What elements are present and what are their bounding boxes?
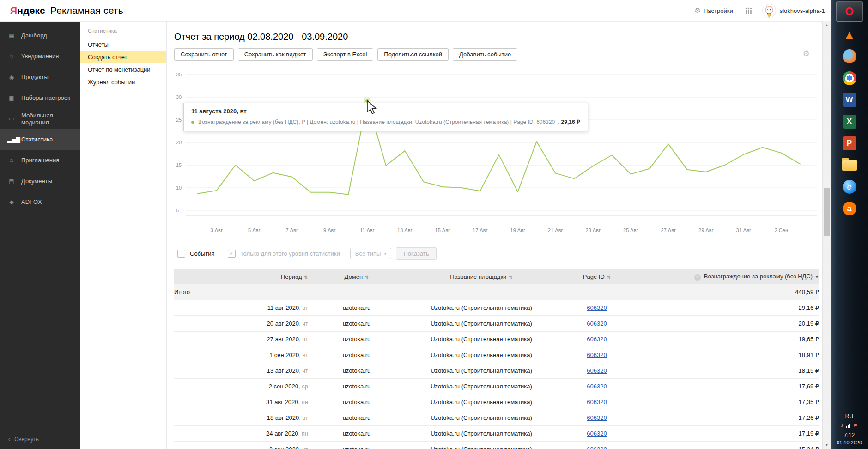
chrome-icon[interactable] <box>839 68 860 88</box>
report-settings-icon[interactable]: ⚙ <box>803 49 810 59</box>
page-id-link[interactable]: 606320 <box>587 320 607 327</box>
page-id-link[interactable]: 606320 <box>587 351 607 358</box>
excel-icon[interactable]: X <box>839 111 860 132</box>
add-event-button[interactable]: Добавить событие <box>453 48 517 61</box>
sidebar-item-mobile-mediation[interactable]: ▭Мобильная медиация <box>0 108 80 129</box>
column-header-site[interactable]: Название площадки⇅ <box>405 269 558 284</box>
yandex-logo[interactable]: Яндекс Рекламная сеть <box>10 5 123 16</box>
domain-cell: uzotoka.ru <box>308 379 405 394</box>
table-body: Итого440,59 ₽11 авг 2020, втuzotoka.ruUz… <box>174 284 819 449</box>
apps-grid-icon[interactable] <box>745 7 752 14</box>
submenu-item-create-report[interactable]: Создать отчет <box>80 51 166 63</box>
sidebar: ▦Дашборд☼Уведомления◉Продукты▣Наборы нас… <box>0 21 80 449</box>
submenu-items: ОтчетыСоздать отчетОтчет по монетизацииЖ… <box>80 38 166 88</box>
sidebar-item-adfox[interactable]: ◆ADFOX <box>0 191 80 212</box>
folder-icon[interactable] <box>839 155 860 175</box>
screen: Яндекс Рекламная сеть ⚙ Настройки <box>0 0 868 449</box>
word-icon[interactable]: W <box>839 90 860 110</box>
sidebar-item-dashboard[interactable]: ▦Дашборд <box>0 25 80 46</box>
revenue-line-chart[interactable]: 51015202530353 Авг5 Авг7 Авг9 Авг11 Авг1… <box>174 69 819 245</box>
table-header-row: Период⇅Домен⇅Название площадки⇅Page ID⇅?… <box>174 269 819 284</box>
column-header-page-id[interactable]: Page ID⇅ <box>558 269 636 284</box>
sidebar-item-invitations[interactable]: ☺Приглашения <box>0 150 80 171</box>
scrollbar[interactable]: ▲ ▼ <box>822 21 831 449</box>
page-id-link[interactable]: 606320 <box>587 383 607 390</box>
submenu-item-monetization-report[interactable]: Отчет по монетизации <box>80 63 166 76</box>
sidebar-item-statistics[interactable]: ▂▅▇Статистика <box>0 129 80 150</box>
svg-text:21 Авг: 21 Авг <box>548 228 563 233</box>
page-id-cell: 606320 <box>558 300 636 316</box>
table-row: 13 авг 2020, чтuzotoka.ruUzotoka.ru (Стр… <box>174 363 819 379</box>
documents-icon: ▤ <box>7 178 16 185</box>
table-row: 20 авг 2020, чтuzotoka.ruUzotoka.ru (Стр… <box>174 316 819 332</box>
total-row: Итого440,59 ₽ <box>174 284 819 300</box>
powerpoint-icon[interactable]: P <box>839 133 860 154</box>
domain-cell: uzotoka.ru <box>308 316 405 332</box>
page-id-link[interactable]: 606320 <box>587 367 607 374</box>
weekday-label: , чт <box>299 446 308 449</box>
sidebar-item-label: Дашборд <box>21 32 47 39</box>
volume-icon[interactable]: ♪ <box>841 423 844 428</box>
level-checkbox[interactable]: ✓ <box>228 250 236 258</box>
period-cell: 3 сен 2020, чт <box>174 442 308 449</box>
scrollbar-thumb[interactable] <box>824 188 830 236</box>
page-id-cell: 606320 <box>558 426 636 442</box>
svg-text:15 Авг: 15 Авг <box>435 228 450 233</box>
save-report-button[interactable]: Сохранить отчет <box>174 48 234 61</box>
save-as-widget-button[interactable]: Сохранить как виджет <box>238 48 313 61</box>
username[interactable]: slokhovs-alpha-1 <box>780 7 825 14</box>
collapse-button[interactable]: ‹ Свернуть <box>8 436 39 443</box>
weekday-label: , вт <box>299 351 308 358</box>
column-header-period[interactable]: Период⇅ <box>174 269 308 284</box>
events-checkbox[interactable] <box>177 250 185 258</box>
network-icon[interactable] <box>846 423 850 428</box>
export-excel-button[interactable]: Экспорт в Excel <box>317 48 374 61</box>
event-type-select[interactable]: Все типы ▾ <box>350 248 392 259</box>
language-indicator[interactable]: RU <box>831 413 868 419</box>
page-id-link[interactable]: 606320 <box>587 430 607 437</box>
settings-gear-icon: ⚙ <box>695 6 701 15</box>
empty-cell <box>308 284 405 300</box>
column-header-domain[interactable]: Домен⇅ <box>308 269 405 284</box>
header-settings-link[interactable]: Настройки <box>704 7 733 14</box>
vlc-media-player-icon[interactable]: ▲ <box>839 25 860 45</box>
page-id-cell: 606320 <box>558 442 636 449</box>
submenu-item-event-log[interactable]: Журнал событий <box>80 76 166 88</box>
sidebar-item-label: Наборы настроек <box>21 94 70 101</box>
avast-icon[interactable]: a <box>839 198 860 219</box>
page-id-link[interactable]: 606320 <box>587 304 607 311</box>
header-right: ⚙ Настройки slokhovs-alpha-1 <box>695 4 825 18</box>
period-cell: 24 авг 2020, пн <box>174 426 308 442</box>
site-name-cell: Uzotoka.ru (Строительная тематика) <box>405 442 558 449</box>
show-button[interactable]: Показать <box>396 247 436 260</box>
chart-tooltip: 11 августа 2020, вт Вознаграждение за ре… <box>183 103 588 131</box>
svg-text:9 Авг: 9 Авг <box>323 228 335 233</box>
action-center-flag-icon[interactable]: ⚑ <box>853 423 858 428</box>
avatar[interactable] <box>762 4 776 18</box>
tooltip-row: Вознаграждение за рекламу (без НДС), ₽ |… <box>191 119 580 125</box>
page-id-link[interactable]: 606320 <box>587 399 607 406</box>
scroll-up-arrow[interactable]: ▲ <box>823 21 831 29</box>
scroll-down-arrow[interactable]: ▼ <box>823 441 831 449</box>
page-id-link[interactable]: 606320 <box>587 446 607 449</box>
site-name-cell: Uzotoka.ru (Строительная тематика) <box>405 316 558 332</box>
sidebar-item-settings-sets[interactable]: ▣Наборы настроек <box>0 87 80 108</box>
date[interactable]: 01.10.2020 <box>831 440 868 445</box>
page-id-link[interactable]: 606320 <box>587 336 607 343</box>
sidebar-item-notifications[interactable]: ☼Уведомления <box>0 46 80 67</box>
sidebar-item-documents[interactable]: ▤Документы <box>0 171 80 191</box>
site-name-cell: Uzotoka.ru (Строительная тематика) <box>405 300 558 316</box>
page-id-cell: 606320 <box>558 410 636 426</box>
column-header-value[interactable]: ?Вознаграждение за рекламу (без НДС)▼ <box>636 269 819 284</box>
opera-taskbar-button[interactable]: O <box>836 1 863 22</box>
page-id-link[interactable]: 606320 <box>587 414 607 421</box>
sidebar-item-products[interactable]: ◉Продукты <box>0 67 80 87</box>
firefox-icon[interactable] <box>839 46 860 67</box>
submenu-item-reports[interactable]: Отчеты <box>80 38 166 51</box>
sidebar-item-label: Мобильная медиация <box>21 112 80 126</box>
svg-text:10: 10 <box>176 185 182 191</box>
clock[interactable]: 7:12 <box>831 432 868 438</box>
share-link-button[interactable]: Поделиться ссылкой <box>377 48 449 61</box>
main-content: Отчет за период 02.08.2020 - 03.09.2020 … <box>166 21 823 449</box>
internet-explorer-icon[interactable]: e <box>839 177 860 197</box>
